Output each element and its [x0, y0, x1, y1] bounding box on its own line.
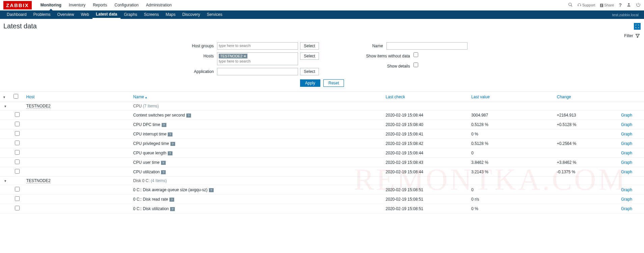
- subnav-graphs[interactable]: Graphs: [120, 10, 140, 19]
- graph-link[interactable]: Graph: [621, 187, 632, 192]
- without-data-checkbox[interactable]: [413, 52, 418, 57]
- row-checkbox[interactable]: [15, 169, 20, 174]
- table-row: CPU queue length?2020-02-19 15:08:440Gra…: [0, 148, 644, 158]
- subnav-web[interactable]: Web: [77, 10, 92, 19]
- graph-link[interactable]: Graph: [621, 132, 632, 136]
- row-checkbox[interactable]: [15, 206, 20, 210]
- subnav-screens[interactable]: Screens: [141, 10, 162, 19]
- hostgroups-input[interactable]: [217, 42, 298, 50]
- hosts-input[interactable]: TESTNODE2×: [217, 52, 298, 65]
- last-check: 2020-02-19 15:08:42: [383, 139, 469, 148]
- table-row: 0 C:: Disk average queue size (avgqu-sz)…: [0, 185, 644, 195]
- help-icon[interactable]: ?: [619, 2, 622, 8]
- col-name[interactable]: Name: [133, 95, 147, 99]
- col-change[interactable]: Change: [557, 95, 571, 99]
- help-icon[interactable]: ?: [170, 207, 175, 211]
- reset-button[interactable]: Reset: [323, 79, 344, 87]
- item-name: CPU interrupt time: [133, 132, 167, 136]
- row-checkbox[interactable]: [15, 131, 20, 136]
- filter-toggle[interactable]: Filter: [0, 32, 644, 40]
- fullscreen-button[interactable]: [634, 23, 641, 30]
- graph-link[interactable]: Graph: [621, 113, 632, 118]
- host-name[interactable]: TESTNODE2: [26, 104, 51, 109]
- help-icon[interactable]: ?: [162, 123, 166, 127]
- last-value: 0: [468, 148, 554, 158]
- hosts-select-button[interactable]: Select: [300, 52, 319, 60]
- without-data-label: Show items without data: [346, 52, 410, 60]
- hostgroups-select-button[interactable]: Select: [300, 42, 319, 50]
- topnav-administration[interactable]: Administration: [142, 0, 176, 10]
- last-value: 0.5128 %: [468, 120, 554, 129]
- help-icon[interactable]: ?: [161, 170, 166, 174]
- user-icon[interactable]: [626, 2, 631, 8]
- group-toggle-icon[interactable]: ▼: [4, 105, 7, 108]
- last-check: 2020-02-19 15:08:43: [383, 158, 469, 167]
- row-checkbox[interactable]: [15, 196, 20, 201]
- help-icon[interactable]: ?: [186, 113, 191, 118]
- group-toggle-icon[interactable]: ▼: [4, 179, 7, 183]
- item-name: CPU privileged time: [133, 141, 169, 146]
- help-icon[interactable]: ?: [209, 188, 214, 192]
- help-icon[interactable]: ?: [170, 142, 175, 146]
- row-checkbox[interactable]: [15, 150, 20, 155]
- graph-link[interactable]: Graph: [621, 206, 632, 211]
- application-select-button[interactable]: Select: [300, 68, 319, 75]
- topnav-reports[interactable]: Reports: [89, 0, 111, 10]
- subnav-discovery[interactable]: Discovery: [179, 10, 204, 19]
- subnav-services[interactable]: Services: [204, 10, 226, 19]
- row-checkbox[interactable]: [15, 141, 20, 145]
- topnav-configuration[interactable]: Configuration: [111, 0, 142, 10]
- subnav-problems[interactable]: Problems: [30, 10, 54, 19]
- details-checkbox[interactable]: [413, 62, 418, 67]
- support-link[interactable]: Support: [578, 3, 595, 7]
- help-icon[interactable]: ?: [169, 198, 174, 202]
- item-name: 0 C:: Disk read rate: [133, 197, 168, 202]
- col-check[interactable]: Last check: [386, 95, 405, 99]
- topnav-inventory[interactable]: Inventory: [65, 0, 89, 10]
- graph-link[interactable]: Graph: [621, 170, 632, 174]
- collapse-all-icon[interactable]: ▼: [3, 96, 6, 99]
- graph-link[interactable]: Graph: [621, 160, 632, 165]
- last-check: 2020-02-19 15:08:41: [383, 129, 469, 139]
- select-all-checkbox[interactable]: [14, 94, 18, 99]
- change: -0.1375 %: [554, 167, 618, 177]
- graph-link[interactable]: Graph: [621, 141, 632, 146]
- item-name: 0 C:: Disk average queue size (avgqu-sz): [133, 187, 208, 192]
- host-name[interactable]: TESTNODE2: [26, 178, 51, 183]
- item-count: (7 Items): [143, 104, 159, 108]
- subnav-overview[interactable]: Overview: [54, 10, 77, 19]
- subnav-dashboard[interactable]: Dashboard: [3, 10, 30, 19]
- topnav-monitoring[interactable]: Monitoring: [37, 0, 65, 10]
- last-value: 0 %: [468, 204, 554, 213]
- table-row: CPU interrupt time?2020-02-19 15:08:410 …: [0, 129, 644, 139]
- change: [554, 195, 618, 204]
- help-icon[interactable]: ?: [168, 151, 172, 155]
- help-icon[interactable]: ?: [168, 132, 172, 136]
- last-value: 3.2143 %: [468, 167, 554, 177]
- search-icon[interactable]: [568, 2, 573, 8]
- host-tag[interactable]: TESTNODE2×: [219, 54, 247, 58]
- item-name: 0 C:: Disk utilization: [133, 206, 169, 211]
- col-value[interactable]: Last value: [471, 95, 490, 99]
- name-input[interactable]: [386, 42, 467, 50]
- share-link[interactable]: Z Share: [600, 3, 614, 7]
- power-icon[interactable]: [636, 2, 641, 8]
- item-name: CPU utilization: [133, 170, 160, 174]
- graph-link[interactable]: Graph: [621, 151, 632, 155]
- last-value: 0 %: [468, 129, 554, 139]
- row-checkbox[interactable]: [15, 159, 20, 164]
- remove-tag-icon[interactable]: ×: [244, 54, 246, 58]
- row-checkbox[interactable]: [15, 122, 20, 126]
- change: +2164.913: [554, 110, 618, 120]
- graph-link[interactable]: Graph: [621, 122, 632, 127]
- help-icon[interactable]: ?: [161, 161, 166, 165]
- col-host[interactable]: Host: [26, 95, 35, 99]
- subnav-latest-data[interactable]: Latest data: [92, 10, 120, 19]
- graph-link[interactable]: Graph: [621, 197, 632, 202]
- row-checkbox[interactable]: [15, 112, 20, 117]
- application-input[interactable]: [217, 68, 298, 75]
- apply-button[interactable]: Apply: [300, 79, 320, 87]
- row-checkbox[interactable]: [15, 187, 20, 192]
- last-check: 2020-02-19 15:08:40: [383, 120, 469, 129]
- subnav-maps[interactable]: Maps: [162, 10, 179, 19]
